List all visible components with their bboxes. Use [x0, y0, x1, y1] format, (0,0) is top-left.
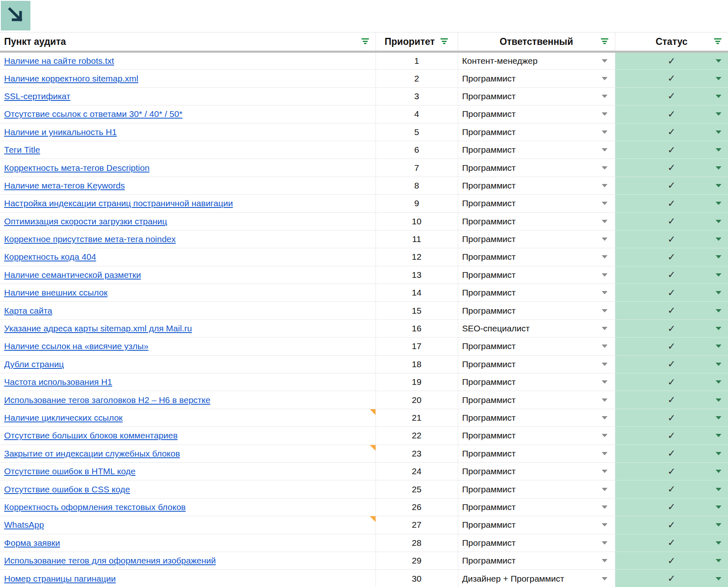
chevron-down-icon[interactable]: [602, 345, 607, 348]
status-cell[interactable]: ✓: [615, 195, 728, 212]
audit-item-link[interactable]: Настройка индексации страниц постранично…: [4, 198, 233, 208]
chevron-down-icon[interactable]: [716, 416, 721, 419]
status-cell[interactable]: ✓: [615, 445, 728, 462]
chevron-down-icon[interactable]: [716, 112, 721, 116]
audit-item-link[interactable]: Номер страницы пагинации: [4, 574, 116, 583]
chevron-down-icon[interactable]: [602, 238, 607, 241]
chevron-down-icon[interactable]: [716, 273, 721, 277]
status-cell[interactable]: ✓: [615, 230, 728, 248]
responsible-cell[interactable]: Дизайнер + Программист: [458, 570, 615, 587]
responsible-cell[interactable]: Программист: [458, 409, 615, 426]
chevron-down-icon[interactable]: [602, 95, 607, 98]
audit-item-link[interactable]: Указание адреса карты sitemap.xml для Ma…: [4, 324, 192, 333]
status-cell[interactable]: ✓: [615, 355, 728, 373]
chevron-down-icon[interactable]: [602, 523, 607, 526]
chevron-down-icon[interactable]: [716, 148, 721, 151]
chevron-down-icon[interactable]: [602, 363, 607, 366]
responsible-cell[interactable]: Программист: [458, 338, 615, 355]
status-cell[interactable]: ✓: [615, 391, 728, 409]
chevron-down-icon[interactable]: [602, 577, 607, 580]
status-cell[interactable]: ✓: [615, 266, 728, 284]
audit-item-link[interactable]: Использование тегов для оформления изобр…: [4, 556, 216, 565]
chevron-down-icon[interactable]: [602, 505, 607, 509]
chevron-down-icon[interactable]: [602, 327, 607, 330]
audit-item-link[interactable]: Наличие и уникальность H1: [4, 127, 117, 137]
status-cell[interactable]: ✓: [615, 87, 728, 105]
status-cell[interactable]: ✓: [615, 498, 728, 516]
responsible-cell[interactable]: Программист: [458, 195, 615, 212]
responsible-cell[interactable]: Программист: [458, 177, 615, 194]
chevron-down-icon[interactable]: [716, 470, 721, 473]
responsible-cell[interactable]: Программист: [458, 355, 615, 373]
responsible-cell[interactable]: Программист: [458, 70, 615, 87]
status-cell[interactable]: ✓: [615, 373, 728, 391]
responsible-cell[interactable]: Программист: [458, 123, 615, 141]
audit-item-link[interactable]: Отсутствие ошибок в CSS коде: [4, 485, 130, 494]
status-cell[interactable]: ✓: [615, 516, 728, 534]
audit-item-link[interactable]: WhatsApp: [4, 520, 44, 529]
chevron-down-icon[interactable]: [716, 363, 721, 366]
audit-item-link[interactable]: Карта сайта: [4, 306, 52, 315]
chevron-down-icon[interactable]: [602, 398, 607, 402]
chevron-down-icon[interactable]: [602, 470, 607, 473]
responsible-cell[interactable]: Программист: [458, 230, 615, 248]
chevron-down-icon[interactable]: [602, 184, 607, 187]
status-cell[interactable]: ✓: [615, 480, 728, 498]
responsible-cell[interactable]: SEO-специалист: [458, 319, 615, 337]
chevron-down-icon[interactable]: [602, 291, 607, 294]
chevron-down-icon[interactable]: [716, 291, 721, 294]
chevron-down-icon[interactable]: [602, 541, 607, 545]
filter-icon[interactable]: [600, 38, 609, 45]
chevron-down-icon[interactable]: [716, 505, 721, 509]
chevron-down-icon[interactable]: [716, 523, 721, 526]
responsible-cell[interactable]: Программист: [458, 141, 615, 158]
chevron-down-icon[interactable]: [602, 77, 607, 80]
chevron-down-icon[interactable]: [602, 130, 607, 134]
audit-item-link[interactable]: Закрытие от индексации служебных блоков: [4, 449, 180, 458]
chevron-down-icon[interactable]: [716, 577, 721, 580]
chevron-down-icon[interactable]: [602, 202, 607, 205]
status-cell[interactable]: ✓: [615, 427, 728, 445]
chevron-down-icon[interactable]: [602, 273, 607, 277]
status-cell[interactable]: ✓: [615, 159, 728, 177]
chevron-down-icon[interactable]: [602, 416, 607, 419]
chevron-down-icon[interactable]: [602, 452, 607, 455]
responsible-cell[interactable]: Программист: [458, 516, 615, 534]
filter-icon[interactable]: [713, 38, 722, 45]
status-cell[interactable]: ✓: [615, 141, 728, 158]
audit-item-link[interactable]: Корректность мета-тегов Description: [4, 163, 150, 172]
responsible-cell[interactable]: Программист: [458, 480, 615, 498]
audit-item-link[interactable]: Наличие на сайте robots.txt: [4, 56, 114, 65]
responsible-cell[interactable]: Программист: [458, 462, 615, 480]
responsible-cell[interactable]: Программист: [458, 87, 615, 105]
filter-icon[interactable]: [440, 38, 449, 45]
audit-item-link[interactable]: Наличие корректного sitemap.xml: [4, 74, 138, 83]
responsible-cell[interactable]: Программист: [458, 445, 615, 462]
responsible-cell[interactable]: Контент-менеджер: [458, 52, 615, 70]
chevron-down-icon[interactable]: [602, 255, 607, 259]
chevron-down-icon[interactable]: [602, 434, 607, 437]
status-cell[interactable]: ✓: [615, 534, 728, 552]
responsible-cell[interactable]: Программист: [458, 391, 615, 409]
chevron-down-icon[interactable]: [716, 488, 721, 491]
chevron-down-icon[interactable]: [716, 541, 721, 545]
audit-item-link[interactable]: Наличие семантической разметки: [4, 270, 141, 280]
chevron-down-icon[interactable]: [716, 202, 721, 205]
status-cell[interactable]: ✓: [615, 302, 728, 319]
audit-item-link[interactable]: Частота использования H1: [4, 377, 112, 387]
responsible-cell[interactable]: Программист: [458, 284, 615, 302]
chevron-down-icon[interactable]: [716, 434, 721, 437]
audit-item-link[interactable]: Использование тегов заголовков H2 – H6 в…: [4, 395, 210, 405]
status-cell[interactable]: ✓: [615, 570, 728, 587]
chevron-down-icon[interactable]: [716, 238, 721, 241]
audit-item-link[interactable]: Корректность кода 404: [4, 252, 96, 261]
chevron-down-icon[interactable]: [716, 452, 721, 455]
responsible-cell[interactable]: Программист: [458, 552, 615, 569]
status-cell[interactable]: ✓: [615, 212, 728, 230]
chevron-down-icon[interactable]: [602, 559, 607, 562]
filter-icon[interactable]: [361, 38, 370, 45]
audit-item-link[interactable]: Отсутствие больших блоков комментариев: [4, 431, 178, 440]
audit-item-link[interactable]: Дубли страниц: [4, 359, 64, 369]
status-cell[interactable]: ✓: [615, 319, 728, 337]
chevron-down-icon[interactable]: [716, 398, 721, 402]
